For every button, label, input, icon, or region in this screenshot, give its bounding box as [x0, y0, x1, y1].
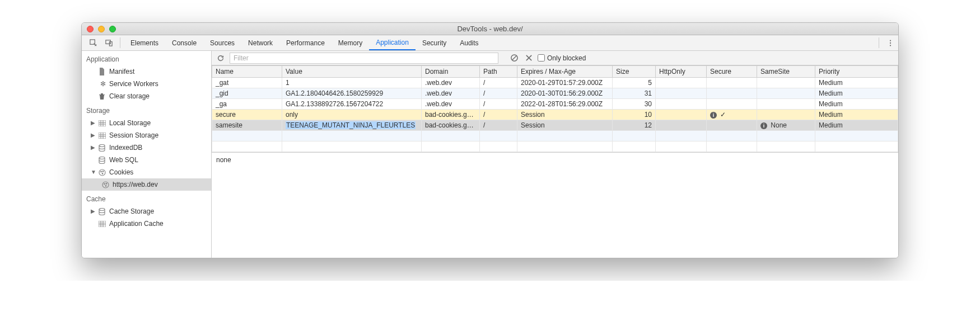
cell-samesite[interactable]: [757, 88, 815, 99]
col-value[interactable]: Value: [282, 66, 422, 78]
cell-name[interactable]: _gat: [212, 78, 282, 88]
sidebar-item-application-cache[interactable]: Application Cache: [82, 218, 211, 230]
device-mode-icon[interactable]: [101, 35, 116, 50]
cell-priority[interactable]: Medium: [815, 110, 898, 120]
cell-path[interactable]: /: [480, 78, 517, 88]
only-blocked-checkbox[interactable]: Only blocked: [538, 54, 586, 62]
cell-domain[interactable]: .web.dev: [422, 88, 480, 99]
only-blocked-checkbox-input[interactable]: [538, 54, 545, 62]
cell-path[interactable]: /: [480, 99, 517, 110]
refresh-button[interactable]: [215, 53, 226, 64]
sidebar-item-websql[interactable]: Web SQL: [82, 154, 211, 166]
filter-input[interactable]: [230, 53, 498, 64]
col-path[interactable]: Path: [480, 66, 517, 78]
col-samesite[interactable]: SameSite: [757, 66, 815, 78]
sidebar-item-local-storage[interactable]: ▶ Local Storage: [82, 117, 211, 129]
clear-all-button[interactable]: [508, 53, 520, 64]
cell-name[interactable]: _gid: [212, 88, 282, 99]
cell-size[interactable]: 30: [613, 99, 656, 110]
delete-selected-button[interactable]: [523, 53, 534, 64]
cell-samesite[interactable]: i None: [757, 120, 815, 131]
cell-priority[interactable]: Medium: [815, 88, 898, 99]
cell-samesite[interactable]: [757, 78, 815, 88]
sidebar-item-manifest[interactable]: Manifest: [82, 65, 211, 78]
cell-httponly[interactable]: [656, 78, 707, 88]
cell-expires[interactable]: 2020-01-29T01:57:29.000Z: [517, 78, 613, 88]
cookies-table[interactable]: Name Value Domain Path Expires / Max-Age…: [212, 65, 898, 152]
sidebar-item-label: Cookies: [109, 167, 133, 177]
table-row[interactable]: _gat1.web.dev/2020-01-29T01:57:29.000Z5M…: [212, 78, 898, 88]
tab-application[interactable]: Application: [369, 35, 416, 50]
cell-priority[interactable]: Medium: [815, 99, 898, 110]
sidebar-item-cookie-origin[interactable]: https://web.dev: [82, 178, 211, 191]
cell-domain[interactable]: bad-cookies.g…: [422, 110, 480, 120]
cell-value[interactable]: 1: [282, 78, 422, 88]
cell-samesite[interactable]: [757, 99, 815, 110]
cell-secure[interactable]: [707, 88, 757, 99]
cell-name[interactable]: samesite: [212, 120, 282, 131]
col-secure[interactable]: Secure: [707, 66, 757, 78]
cell-path[interactable]: /: [480, 120, 517, 131]
cell-domain[interactable]: .web.dev: [422, 99, 480, 110]
sidebar-item-clear-storage[interactable]: Clear storage: [82, 90, 211, 102]
sidebar-item-cookies[interactable]: ▼ Cookies: [82, 166, 211, 178]
cell-value[interactable]: GA1.2.1338892726.1567204722: [282, 99, 422, 110]
cell-name[interactable]: _ga: [212, 99, 282, 110]
svg-point-17: [99, 157, 105, 159]
cell-httponly[interactable]: [656, 88, 707, 99]
sidebar-section-application: Application: [82, 51, 211, 65]
tab-console[interactable]: Console: [165, 35, 203, 50]
tab-security[interactable]: Security: [416, 35, 453, 50]
cell-size[interactable]: 5: [613, 78, 656, 88]
cell-priority[interactable]: Medium: [815, 120, 898, 131]
table-row[interactable]: _gaGA1.2.1338892726.1567204722.web.dev/2…: [212, 99, 898, 110]
cookie-detail-pane: none: [212, 152, 898, 258]
cell-secure[interactable]: i ✓: [707, 110, 757, 120]
cell-expires[interactable]: 2020-01-30T01:56:29.000Z: [517, 88, 613, 99]
tab-elements[interactable]: Elements: [124, 35, 165, 50]
cell-httponly[interactable]: [656, 110, 707, 120]
cell-secure[interactable]: [707, 99, 757, 110]
tab-audits[interactable]: Audits: [453, 35, 485, 50]
table-row[interactable]: samesiteTEENAGE_MUTANT_NINJA_FLEURTLESba…: [212, 120, 898, 131]
table-row[interactable]: _gidGA1.2.1804046426.1580259929.web.dev/…: [212, 88, 898, 99]
table-row[interactable]: secureonlybad-cookies.g…/Session10i ✓Med…: [212, 110, 898, 120]
sidebar-item-cache-storage[interactable]: ▶ Cache Storage: [82, 205, 211, 218]
cell-expires[interactable]: Session: [517, 120, 613, 131]
cell-value[interactable]: TEENAGE_MUTANT_NINJA_FLEURTLES: [282, 120, 422, 131]
cell-expires[interactable]: Session: [517, 110, 613, 120]
sidebar-item-session-storage[interactable]: ▶ Session Storage: [82, 129, 211, 141]
cell-value[interactable]: GA1.2.1804046426.1580259929: [282, 88, 422, 99]
cell-httponly[interactable]: [656, 99, 707, 110]
tab-sources[interactable]: Sources: [203, 35, 241, 50]
cell-domain[interactable]: .web.dev: [422, 78, 480, 88]
cell-httponly[interactable]: [656, 120, 707, 131]
tab-network[interactable]: Network: [241, 35, 279, 50]
cell-secure[interactable]: [707, 78, 757, 88]
sidebar-item-indexeddb[interactable]: ▶ IndexedDB: [82, 141, 211, 154]
cell-expires[interactable]: 2022-01-28T01:56:29.000Z: [517, 99, 613, 110]
inspect-icon[interactable]: [85, 35, 101, 50]
cell-path[interactable]: /: [480, 88, 517, 99]
cell-secure[interactable]: [707, 120, 757, 131]
cell-size[interactable]: 10: [613, 110, 656, 120]
tab-memory[interactable]: Memory: [332, 35, 369, 50]
cell-value[interactable]: only: [282, 110, 422, 120]
sidebar-item-service-workers[interactable]: ✻ Service Workers: [82, 78, 211, 90]
cell-size[interactable]: 12: [613, 120, 656, 131]
window-title: DevTools - web.dev/: [82, 25, 898, 33]
col-expires[interactable]: Expires / Max-Age: [517, 66, 613, 78]
col-httponly[interactable]: HttpOnly: [656, 66, 707, 78]
tab-performance[interactable]: Performance: [279, 35, 332, 50]
cell-name[interactable]: secure: [212, 110, 282, 120]
cell-size[interactable]: 31: [613, 88, 656, 99]
col-size[interactable]: Size: [613, 66, 656, 78]
cell-path[interactable]: /: [480, 110, 517, 120]
kebab-menu-icon[interactable]: [883, 35, 898, 50]
cell-samesite[interactable]: [757, 110, 815, 120]
col-priority[interactable]: Priority: [815, 66, 898, 78]
cell-priority[interactable]: Medium: [815, 78, 898, 88]
col-name[interactable]: Name: [212, 66, 282, 78]
cell-domain[interactable]: bad-cookies.g…: [422, 120, 480, 131]
col-domain[interactable]: Domain: [422, 66, 480, 78]
